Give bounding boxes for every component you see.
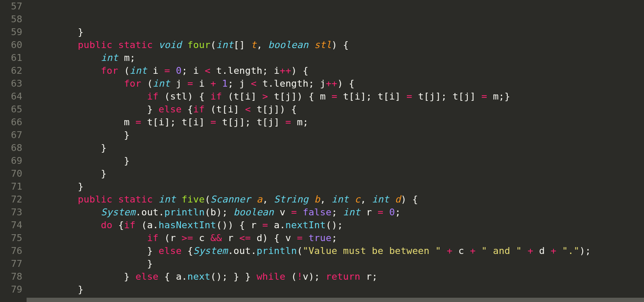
code-token: ) { xyxy=(401,194,418,205)
code-token: c xyxy=(193,233,210,243)
code-token: (stl) { xyxy=(159,91,211,102)
code-token: t[j]) { xyxy=(251,104,297,115)
code-token: (t[i] xyxy=(205,104,245,115)
code-token: } xyxy=(32,104,159,115)
code-token: while xyxy=(256,271,285,282)
code-line[interactable]: } xyxy=(32,154,644,167)
code-token: = xyxy=(211,117,216,127)
code-token: int xyxy=(331,194,349,205)
code-token: t xyxy=(251,39,256,50)
code-token: d xyxy=(395,194,400,205)
code-token: ) { xyxy=(331,39,349,50)
code-line[interactable]: int m; xyxy=(32,51,644,64)
line-number: 63 xyxy=(0,77,22,90)
code-token: + xyxy=(527,245,533,256)
code-line[interactable]: System.out.println(b); boolean v = false… xyxy=(32,206,644,219)
code-line[interactable]: } xyxy=(32,180,644,193)
code-line[interactable]: do {if (a.hasNextInt()) { r = a.nextInt(… xyxy=(32,219,644,232)
code-token: ++ xyxy=(326,78,337,89)
code-token: ( xyxy=(118,65,130,76)
code-token: five xyxy=(182,194,205,205)
code-token: t.length; i xyxy=(211,65,280,76)
code-token xyxy=(32,52,101,63)
code-token: { xyxy=(112,220,124,230)
code-token: else xyxy=(159,245,182,256)
code-line[interactable]: } xyxy=(32,129,644,142)
line-number: 76 xyxy=(0,245,22,257)
code-token: stl xyxy=(314,39,331,50)
code-line[interactable]: } xyxy=(32,257,644,270)
line-number: 57 xyxy=(0,0,22,13)
line-number: 62 xyxy=(0,64,22,77)
code-token: four xyxy=(187,39,211,50)
code-token: [] xyxy=(234,39,251,50)
code-token xyxy=(153,194,158,205)
code-token: .out. xyxy=(135,207,164,217)
code-line[interactable]: m = t[i]; t[i] = t[j]; t[j] = m; xyxy=(32,116,644,129)
code-token: ()) { r xyxy=(216,220,262,230)
code-line[interactable]: for (int i = 0; i < t.length; i++) { xyxy=(32,64,644,77)
code-token: + xyxy=(211,78,216,89)
horizontal-scrollbar[interactable] xyxy=(27,298,644,302)
code-token: a xyxy=(256,194,262,205)
code-token: } xyxy=(32,245,159,256)
code-token: String xyxy=(274,194,309,205)
code-line[interactable]: } xyxy=(32,142,644,154)
code-line[interactable]: public static void four(int[] t, boolean… xyxy=(32,39,644,51)
code-token xyxy=(32,207,101,217)
line-number: 66 xyxy=(0,116,22,129)
code-token: ! xyxy=(297,271,303,282)
code-token xyxy=(170,65,176,76)
code-token: do xyxy=(101,220,112,230)
code-token: public xyxy=(78,39,113,50)
code-token: , xyxy=(360,194,372,205)
code-line[interactable]: } else {System.out.println("Value must b… xyxy=(32,245,644,257)
code-token: ; xyxy=(331,207,343,217)
code-token: static xyxy=(118,39,153,50)
code-token: .out. xyxy=(228,245,256,256)
code-token xyxy=(182,39,187,50)
code-token: + xyxy=(551,245,556,256)
code-token: = xyxy=(291,207,297,217)
code-token: (); xyxy=(326,220,343,230)
code-token: t.length; j xyxy=(256,78,325,89)
code-area[interactable]: } public static void four(int[] t, boole… xyxy=(27,0,644,302)
code-token: (r xyxy=(159,233,182,243)
code-token: < xyxy=(245,104,250,115)
code-token: ; xyxy=(395,207,400,217)
code-token xyxy=(251,194,256,205)
code-token xyxy=(389,194,395,205)
code-token xyxy=(176,194,181,205)
code-token xyxy=(308,39,314,50)
code-token: public xyxy=(78,194,113,205)
code-token: b xyxy=(314,194,320,205)
code-token: println xyxy=(164,207,205,217)
code-token: <= xyxy=(239,233,251,243)
code-token: = xyxy=(331,91,337,102)
code-token: ) { xyxy=(337,78,355,89)
code-token: (b); xyxy=(205,207,233,217)
line-number: 73 xyxy=(0,206,22,219)
code-token: (t[i] xyxy=(222,91,262,102)
code-token: boolean xyxy=(234,207,274,217)
code-line[interactable]: } else { a.next(); } } while (!v); retur… xyxy=(32,270,644,283)
code-token: && xyxy=(211,233,222,243)
code-token: >= xyxy=(182,233,193,243)
code-token: ) { xyxy=(291,65,308,76)
code-line[interactable]: public static int five(Scanner a, String… xyxy=(32,193,644,206)
code-line[interactable]: } xyxy=(32,283,644,296)
code-token: ( xyxy=(211,39,216,50)
code-editor[interactable]: 5758596061626364656667686970717273747576… xyxy=(0,0,644,302)
code-token: } xyxy=(32,168,107,179)
code-token: next xyxy=(187,271,211,282)
code-token: int xyxy=(153,78,170,89)
code-line[interactable]: if (stl) { if (t[i] > t[j]) { m = t[i]; … xyxy=(32,90,644,103)
code-line[interactable]: } xyxy=(32,167,644,180)
code-token: t[j]; t[j] xyxy=(216,117,285,127)
code-line[interactable]: if (r >= c && r <= d) { v = true; xyxy=(32,232,644,245)
line-number: 61 xyxy=(0,51,22,64)
code-line[interactable]: } xyxy=(32,26,644,39)
code-token: if xyxy=(193,104,205,115)
code-line[interactable]: } else {if (t[i] < t[j]) { xyxy=(32,103,644,116)
code-line[interactable]: for (int j = i + 1; j < t.length; j++) { xyxy=(32,77,644,90)
